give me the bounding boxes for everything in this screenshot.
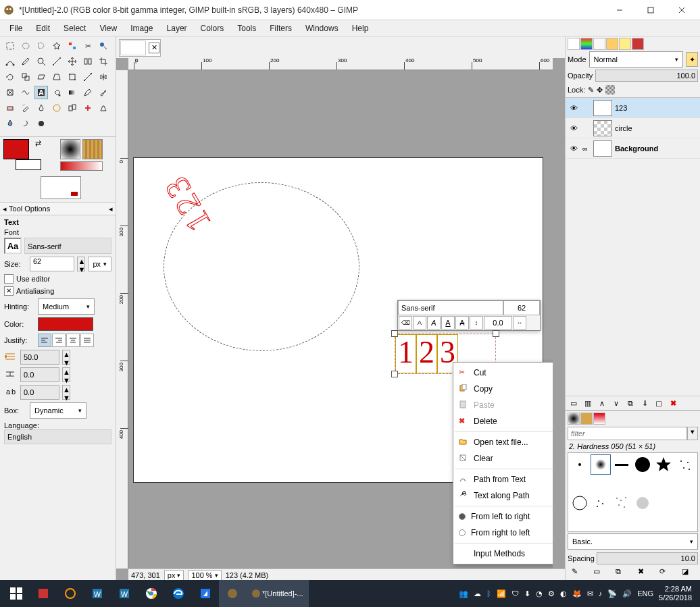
indent-spinner[interactable]: ▲▼ [62, 350, 70, 365]
taskbar-app-icon[interactable] [57, 580, 84, 607]
tab-colormap-icon[interactable] [632, 38, 644, 50]
tool-shear[interactable] [34, 70, 48, 84]
ctx-text-along-path[interactable]: AText along Path [453, 487, 553, 504]
tool-text[interactable]: A [34, 86, 48, 99]
ctx-paste[interactable]: Paste [453, 397, 553, 413]
popup-font-input[interactable]: Sans-serif [398, 300, 503, 315]
tab-paths-icon[interactable] [593, 38, 605, 50]
tool-free-select[interactable] [34, 39, 48, 53]
visibility-icon[interactable]: 👁 [568, 144, 580, 153]
ctx-path-from-text[interactable]: Path from Text [453, 471, 553, 487]
tool-ink[interactable] [34, 101, 48, 115]
gradients-tab-icon[interactable] [593, 413, 605, 425]
new-brush-button[interactable]: ▭ [593, 567, 605, 578]
mask-button[interactable]: ▢ [653, 398, 665, 408]
tool-clone[interactable] [66, 101, 79, 115]
document-tab[interactable]: ✕ [119, 39, 161, 57]
brush-item[interactable] [653, 454, 674, 475]
popup-bold-button[interactable]: A [413, 316, 426, 329]
text-handle[interactable] [493, 330, 499, 337]
tool-rotate[interactable] [3, 70, 17, 84]
active-image-thumb[interactable] [41, 176, 81, 199]
taskbar-app-icon[interactable] [192, 580, 219, 607]
taskbar-edge-icon[interactable] [165, 580, 192, 607]
tool-persp-clone[interactable] [97, 101, 110, 115]
horizontal-ruler[interactable]: |0 100 200 300 400 500 600 [128, 58, 553, 70]
tab-undo-icon[interactable] [606, 38, 618, 50]
popup-baseline-input[interactable]: 0.0 [484, 316, 512, 329]
tray-wifi-icon[interactable]: 📡 [607, 589, 617, 598]
delete-brush-button[interactable]: ✖ [638, 567, 650, 578]
window-close-button[interactable] [666, 0, 697, 20]
tool-warp[interactable] [19, 86, 32, 99]
size-unit-select[interactable]: px▾ [88, 257, 111, 271]
unit-dropdown[interactable]: px▾ [164, 570, 184, 581]
tool-mypaint[interactable] [50, 101, 64, 115]
taskbar-app-icon[interactable] [30, 580, 57, 607]
ctx-ltr[interactable]: From left to right [453, 508, 553, 525]
brush-item[interactable] [611, 493, 632, 513]
taskbar-app-icon[interactable]: W [84, 580, 111, 607]
open-as-image-button[interactable]: ◪ [682, 567, 694, 578]
box-mode-select[interactable]: Dynamic▾ [30, 402, 86, 419]
size-spinner[interactable]: ▲▼ [77, 257, 85, 271]
brush-indicator[interactable] [60, 139, 80, 159]
vertical-ruler[interactable]: 0 100 200 300 400 [116, 70, 128, 569]
brush-filter-input[interactable] [568, 427, 687, 440]
bg-color-swatch[interactable] [16, 159, 41, 170]
brush-item[interactable] [591, 454, 611, 475]
tool-cage[interactable] [3, 86, 17, 99]
popup-strike-button[interactable]: A [455, 316, 469, 329]
lock-alpha-icon[interactable] [605, 85, 615, 95]
layer-group-button[interactable]: ▥ [582, 398, 594, 408]
menu-select[interactable]: Select [57, 22, 93, 35]
ctx-clear[interactable]: Clear [453, 450, 553, 467]
tray-volume-icon[interactable]: 🔊 [622, 589, 632, 598]
hinting-select[interactable]: Medium▾ [38, 298, 95, 315]
tool-fuzzy-select[interactable] [50, 39, 64, 53]
tool-foreground[interactable] [97, 39, 110, 53]
brush-item[interactable] [591, 493, 611, 513]
tool-options-header[interactable]: ◂ Tool Options◂ [0, 202, 116, 215]
layer-name[interactable]: circle [615, 124, 632, 132]
justify-left-button[interactable] [38, 334, 51, 347]
tray-icon[interactable]: 🦊 [572, 589, 582, 598]
text-tool-popup[interactable]: Sans-serif 62 ⌫ A A A A ↕ 0.0 ↔ [397, 300, 541, 331]
justify-center-button[interactable] [66, 334, 80, 347]
brush-item[interactable] [674, 454, 695, 475]
tool-eraser[interactable] [3, 101, 17, 115]
antialias-checkbox[interactable] [4, 286, 14, 296]
tray-language[interactable]: ENG [637, 589, 653, 598]
tab-channels-icon[interactable] [580, 38, 593, 50]
tool-scale[interactable] [19, 70, 32, 84]
ctx-delete[interactable]: ✖Delete [453, 413, 553, 429]
popup-italic-button[interactable]: A [427, 316, 441, 329]
tray-bluetooth-icon[interactable]: ᛒ [486, 589, 491, 598]
taskbar-app-icon[interactable]: W [111, 580, 138, 607]
brushes-tab-icon[interactable] [568, 413, 580, 425]
lock-pixels-icon[interactable]: ✎ [588, 86, 594, 95]
tool-move[interactable] [66, 55, 79, 68]
ctx-open-text-file[interactable]: Open text file... [453, 434, 553, 450]
blend-mode-select[interactable]: Normal▾ [589, 51, 683, 68]
tool-smudge[interactable] [19, 117, 32, 130]
patterns-tab-icon[interactable] [580, 413, 593, 425]
opacity-slider[interactable]: 100.0 [595, 70, 698, 82]
tray-icon[interactable]: ◔ [536, 589, 543, 598]
tab-history-icon[interactable] [619, 38, 631, 50]
menu-filters[interactable]: Filters [263, 22, 299, 35]
tray-icon[interactable]: 🛡 [511, 589, 519, 598]
visibility-icon[interactable]: 👁 [568, 104, 580, 112]
delete-layer-button[interactable]: ✖ [667, 398, 679, 408]
tool-perspective[interactable] [50, 70, 64, 84]
window-minimize-button[interactable] [604, 0, 635, 20]
tool-handle[interactable] [81, 70, 95, 84]
fg-color-swatch[interactable] [3, 139, 29, 159]
tool-blur[interactable] [3, 117, 17, 130]
tool-paths[interactable] [3, 55, 17, 68]
tray-clock[interactable]: 2:28 AM 5/26/2018 [659, 585, 692, 602]
brush-preset-select[interactable]: Basic.▾ [568, 533, 698, 550]
justify-fill-button[interactable] [80, 334, 94, 347]
letter-spacing-spinner[interactable]: ▲▼ [62, 385, 70, 400]
taskbar-chrome-icon[interactable] [138, 580, 165, 607]
